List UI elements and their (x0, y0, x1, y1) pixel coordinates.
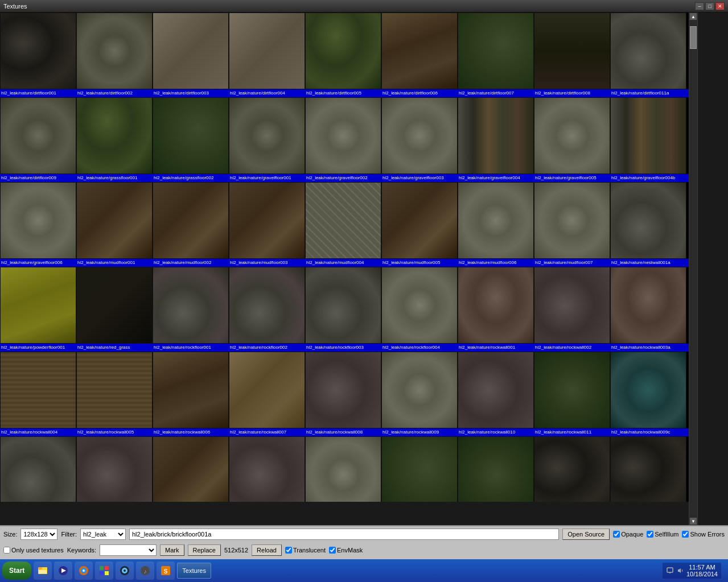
texture-row-4 (0, 352, 689, 428)
texture-cell[interactable] (610, 267, 686, 344)
texture-cell[interactable] (381, 436, 458, 502)
texture-cell[interactable] (458, 267, 534, 344)
texture-cell[interactable] (229, 182, 305, 259)
texture-grid[interactable]: hl2_leak/nature/dirtfloor001hl2_leak/nat… (0, 13, 689, 502)
texture-cell[interactable] (381, 352, 458, 428)
texture-cell[interactable] (0, 267, 76, 344)
selfillum-label[interactable]: SelfIllum (655, 531, 678, 538)
selfillum-checkbox[interactable] (647, 531, 653, 538)
taskbar-active-window[interactable]: Textures (177, 563, 211, 579)
texture-cell[interactable] (76, 436, 153, 502)
texture-cell[interactable] (76, 352, 153, 428)
showerrors-checkbox[interactable] (682, 531, 689, 538)
texture-cell[interactable] (534, 97, 610, 174)
texture-cell[interactable] (610, 13, 686, 89)
texture-cell[interactable] (0, 182, 76, 259)
envmask-checkbox-group: EnvMask (329, 547, 363, 554)
volume-icon (676, 567, 684, 575)
texture-cell[interactable] (381, 97, 458, 174)
size-select[interactable]: 128x128 (20, 529, 57, 540)
texture-cell[interactable] (534, 13, 610, 89)
texture-cell[interactable] (381, 13, 458, 89)
texture-cell[interactable] (153, 97, 229, 174)
taskbar-icon-media[interactable] (54, 562, 72, 580)
keywords-select[interactable] (100, 544, 157, 556)
texture-cell[interactable] (76, 182, 153, 259)
texture-label: hl2_leak/nature/dirtfloor008 (534, 89, 610, 97)
texture-cell[interactable] (0, 97, 76, 174)
scroll-up-arrow[interactable]: ▲ (689, 13, 697, 20)
envmask-label[interactable]: EnvMask (337, 547, 363, 554)
taskbar-icon-control[interactable] (95, 562, 113, 580)
filter-select[interactable]: hl2_leak (80, 529, 126, 540)
texture-cell[interactable] (305, 13, 381, 89)
taskbar-icon-audio[interactable]: ♪ (136, 562, 154, 580)
start-button[interactable]: Start (2, 562, 31, 580)
texture-cell[interactable] (0, 13, 76, 89)
texture-cell[interactable] (610, 436, 686, 502)
minimize-button[interactable]: – (695, 2, 704, 10)
texture-label-row-2: hl2_leak/nature/gravelfloor006hl2_leak/n… (0, 259, 689, 267)
texture-cell[interactable] (458, 13, 534, 89)
taskbar-icon-explorer[interactable] (34, 562, 52, 580)
texture-cell[interactable] (305, 352, 381, 428)
texture-cell[interactable] (458, 352, 534, 428)
texture-cell[interactable] (458, 97, 534, 174)
texture-cell[interactable] (305, 97, 381, 174)
texture-cell[interactable] (229, 267, 305, 344)
showerrors-label[interactable]: Show Errors (690, 531, 725, 538)
onlyused-checkbox[interactable] (3, 547, 10, 554)
texture-cell[interactable] (458, 436, 534, 502)
texture-cell[interactable] (153, 182, 229, 259)
texture-cell[interactable] (305, 182, 381, 259)
onlyused-label[interactable]: Only used textures (11, 547, 64, 554)
texture-cell[interactable] (153, 13, 229, 89)
texture-cell[interactable] (229, 436, 305, 502)
texture-cell[interactable] (534, 182, 610, 259)
texture-cell[interactable] (381, 182, 458, 259)
envmask-checkbox[interactable] (329, 547, 336, 554)
translucent-label[interactable]: Translucent (293, 547, 326, 554)
texture-cell[interactable] (534, 436, 610, 502)
texture-cell[interactable] (229, 13, 305, 89)
texture-cell[interactable] (534, 352, 610, 428)
scroll-down-arrow[interactable]: ▼ (689, 517, 697, 525)
texture-cell[interactable] (229, 97, 305, 174)
texture-cell[interactable] (305, 267, 381, 344)
texture-cell[interactable] (153, 352, 229, 428)
texture-cell[interactable] (305, 436, 381, 502)
texture-cell[interactable] (0, 352, 76, 428)
reload-button[interactable]: Reload (252, 544, 282, 556)
texture-cell[interactable] (610, 182, 686, 259)
opaque-checkbox[interactable] (613, 531, 620, 538)
close-button[interactable]: ✕ (715, 2, 725, 10)
taskbar-icon-source[interactable]: S (157, 562, 175, 580)
texture-cell[interactable] (153, 436, 229, 502)
translucent-checkbox[interactable] (285, 547, 292, 554)
texture-cell[interactable] (381, 267, 458, 344)
texture-cell[interactable] (610, 97, 686, 174)
scrollbar[interactable]: ▲ ▼ (689, 13, 698, 525)
texture-cell[interactable] (153, 267, 229, 344)
texture-cell[interactable] (534, 267, 610, 344)
maximize-button[interactable]: □ (705, 2, 714, 10)
taskbar-icon-steam[interactable] (116, 562, 134, 580)
mark-button[interactable]: Mark (160, 544, 184, 556)
open-source-button[interactable]: Open Source (562, 529, 610, 540)
svg-rect-1 (38, 567, 42, 569)
taskbar-icon-firefox[interactable] (75, 562, 93, 580)
texture-cell[interactable] (0, 436, 76, 502)
texture-cell[interactable] (76, 97, 153, 174)
texture-cell[interactable] (229, 352, 305, 428)
opaque-label[interactable]: Opaque (621, 531, 643, 538)
scroll-thumb[interactable] (690, 26, 697, 49)
texture-label: hl2_leak/nature/rockwall010 (458, 428, 534, 436)
title-bar: Textures – □ ✕ (0, 0, 728, 13)
texture-cell[interactable] (610, 352, 686, 428)
texture-cell[interactable] (76, 13, 153, 89)
texture-label: hl2_leak/nature/mudfloor002 (153, 259, 229, 267)
scroll-track[interactable] (689, 20, 697, 517)
texture-cell[interactable] (458, 182, 534, 259)
texture-cell[interactable] (76, 267, 153, 344)
replace-button[interactable]: Replace (188, 544, 221, 556)
